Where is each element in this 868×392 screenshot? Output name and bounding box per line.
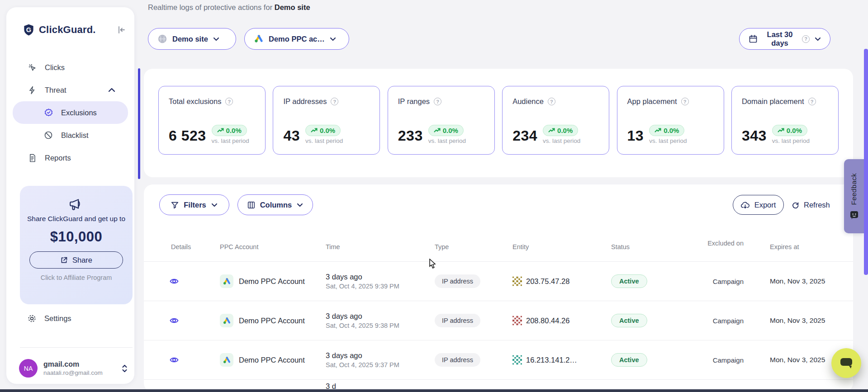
export-button[interactable]: Export bbox=[733, 195, 784, 215]
view-details-eye-icon[interactable] bbox=[170, 316, 179, 325]
column-header-details[interactable]: Details bbox=[171, 243, 191, 250]
stat-change-badge: 0.0% bbox=[305, 125, 341, 136]
stat-label: Total exclusions bbox=[169, 97, 221, 106]
columns-dropdown[interactable]: Columns bbox=[237, 194, 313, 215]
lightning-icon bbox=[27, 85, 37, 95]
gear-icon bbox=[27, 314, 37, 323]
stat-card-total-exclusions: Total exclusions 6 523 0.0% vs. last per… bbox=[158, 86, 266, 155]
share-button[interactable]: Share bbox=[29, 251, 123, 269]
sidebar-item-label: Settings bbox=[44, 314, 71, 323]
row-type-chip: IP address bbox=[435, 353, 480, 367]
promo-amount: $10,000 bbox=[20, 229, 133, 245]
table-row[interactable]: Demo PPC Account 3 days ago Sat, Oct 4, … bbox=[144, 261, 853, 301]
stat-compare-label: vs. last period bbox=[772, 137, 810, 144]
trending-up-icon bbox=[548, 128, 555, 133]
stat-compare-label: vs. last period bbox=[428, 137, 466, 144]
stats-panel: Total exclusions 6 523 0.0% vs. last per… bbox=[144, 69, 853, 177]
stat-value: 13 bbox=[627, 128, 644, 144]
trending-up-icon bbox=[217, 128, 224, 133]
column-header-type[interactable]: Type bbox=[435, 243, 449, 250]
chat-bubble-icon bbox=[840, 357, 853, 369]
refresh-button[interactable]: Refresh bbox=[792, 195, 830, 215]
refresh-label: Refresh bbox=[804, 201, 830, 209]
sidebar-item-reports[interactable]: Reports bbox=[6, 146, 134, 169]
stat-change-badge: 0.0% bbox=[649, 125, 684, 136]
status-badge: Active bbox=[611, 274, 647, 288]
help-icon[interactable] bbox=[548, 98, 555, 105]
page-subtitle-text: Realtime logs of protective actions for bbox=[148, 3, 275, 11]
stat-compare-label: vs. last period bbox=[212, 137, 249, 144]
app-logo-text: ClickGuard. bbox=[39, 24, 96, 36]
svg-text:G: G bbox=[26, 26, 31, 33]
column-header-expires-at[interactable]: Expires at bbox=[770, 243, 799, 250]
stat-change-value: 0.0% bbox=[226, 127, 242, 134]
ip-identicon bbox=[512, 355, 522, 365]
site-selector-label: Demo site bbox=[172, 35, 208, 43]
stat-change-value: 0.0% bbox=[320, 127, 335, 134]
chevron-down-icon bbox=[213, 37, 219, 41]
app-logo[interactable]: G ClickGuard. bbox=[23, 24, 96, 36]
column-header-time[interactable]: Time bbox=[326, 243, 340, 250]
date-range-dropdown[interactable]: Last 30 days bbox=[739, 28, 830, 50]
sidebar-item-threat[interactable]: Threat bbox=[6, 79, 134, 101]
help-icon[interactable] bbox=[331, 98, 338, 105]
ppc-account-selector-dropdown[interactable]: Demo PPC ac… bbox=[244, 28, 349, 50]
chevron-down-icon bbox=[211, 203, 218, 207]
stat-change-badge: 0.0% bbox=[772, 125, 807, 136]
promo-headline: Share ClickGuard and get up to bbox=[20, 213, 133, 224]
user-workspace-name: gmail.com bbox=[43, 360, 103, 368]
sidebar-item-exclusions[interactable]: Exclusions bbox=[13, 101, 128, 124]
sidebar-item-settings[interactable]: Settings bbox=[27, 314, 71, 323]
site-selector-dropdown[interactable]: Demo site bbox=[148, 28, 236, 50]
feedback-smiley-icon bbox=[850, 211, 859, 219]
help-icon[interactable] bbox=[225, 98, 233, 105]
sidebar-divider bbox=[20, 347, 133, 348]
column-header-excluded-on[interactable]: Excluded on bbox=[690, 239, 744, 248]
stat-change-value: 0.0% bbox=[787, 127, 802, 134]
view-details-eye-icon[interactable] bbox=[170, 277, 179, 285]
view-details-eye-icon[interactable] bbox=[170, 356, 179, 364]
table-row[interactable]: Demo PPC Account 3 days ago Sat, Oct 4, … bbox=[144, 301, 853, 340]
chat-launcher-button[interactable] bbox=[831, 348, 861, 378]
columns-icon bbox=[247, 201, 255, 209]
trending-up-icon bbox=[311, 128, 318, 133]
help-icon[interactable] bbox=[808, 98, 816, 105]
feedback-tab[interactable]: Feedback bbox=[844, 159, 864, 233]
sidebar-collapse-icon[interactable] bbox=[117, 25, 126, 34]
stat-compare-label: vs. last period bbox=[543, 137, 580, 144]
sidebar-scrollbar[interactable] bbox=[138, 68, 140, 179]
filters-dropdown[interactable]: Filters bbox=[159, 194, 229, 215]
google-ads-icon bbox=[220, 353, 233, 367]
column-header-ppc-account[interactable]: PPC Account bbox=[220, 243, 258, 250]
sidebar-item-label: Threat bbox=[45, 86, 66, 94]
trending-up-icon bbox=[434, 128, 441, 133]
table-row[interactable]: Demo PPC Account 3 days ago Sat, Oct 4, … bbox=[144, 340, 853, 379]
help-icon[interactable] bbox=[681, 98, 689, 105]
stat-value: 343 bbox=[742, 128, 767, 144]
page-subtitle-site: Demo site bbox=[275, 3, 310, 11]
account-switcher[interactable]: NA gmail.com naatali.ro@gmail.com bbox=[19, 359, 128, 378]
column-header-entity[interactable]: Entity bbox=[512, 243, 529, 250]
row-time-exact: Sat, Oct 4, 2025 9:37 PM bbox=[326, 361, 399, 368]
sidebar-item-clicks[interactable]: Clicks bbox=[6, 56, 134, 79]
column-header-status[interactable]: Status bbox=[611, 243, 630, 250]
stat-card-ip-ranges: IP ranges 233 0.0% vs. last period bbox=[388, 86, 495, 155]
viewport-bottom-edge bbox=[0, 389, 868, 392]
help-icon[interactable] bbox=[434, 98, 441, 105]
row-excluded-on: Campaign bbox=[690, 278, 744, 285]
google-ads-icon bbox=[220, 274, 233, 288]
user-email: naatali.ro@gmail.com bbox=[43, 369, 103, 376]
sidebar-item-blacklist[interactable]: Blacklist bbox=[6, 124, 134, 146]
status-badge: Active bbox=[611, 314, 647, 327]
sidebar-item-label: Exclusions bbox=[61, 109, 97, 117]
clickguard-shield-icon: G bbox=[23, 24, 35, 36]
affiliate-promo-card[interactable]: Share ClickGuard and get up to $10,000 S… bbox=[20, 186, 133, 304]
chevron-down-icon bbox=[330, 37, 336, 41]
page-scrollbar[interactable] bbox=[864, 49, 868, 275]
export-label: Export bbox=[754, 201, 776, 209]
stat-change-value: 0.0% bbox=[557, 127, 573, 134]
mouse-cursor bbox=[429, 259, 437, 269]
stat-label: App placement bbox=[627, 97, 677, 106]
stat-label: IP ranges bbox=[398, 97, 430, 106]
stat-change-badge: 0.0% bbox=[212, 125, 247, 136]
